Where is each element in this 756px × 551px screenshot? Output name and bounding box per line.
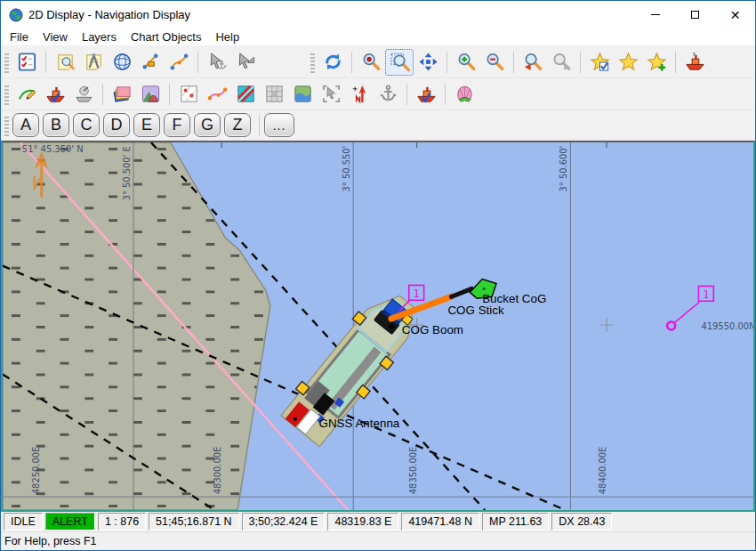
anchor-cursor-button[interactable] (203, 49, 231, 76)
chart-canvas[interactable]: 51° 45.350' N 3° 50.500' E 3° 50.550' E … (1, 141, 755, 512)
status-scale: 1 : 876 (98, 513, 146, 531)
separator (102, 84, 103, 105)
draw-curve-button[interactable] (12, 81, 41, 108)
previous-view-button[interactable] (519, 49, 547, 76)
note-compass-icon (84, 52, 104, 72)
zoom-in-button[interactable] (452, 49, 480, 76)
grid-thumbnail-icon (264, 84, 285, 104)
minimize-button[interactable] (635, 1, 675, 28)
anchor-watch-button[interactable] (374, 81, 402, 108)
grid-layer-button[interactable] (231, 81, 260, 108)
toolbar-zoom-group (310, 49, 709, 76)
track-layer-button[interactable] (203, 81, 231, 108)
vessel-select-button[interactable] (412, 81, 440, 108)
layers-icon (112, 84, 133, 104)
status-latitude: 51;45;16.871 N (149, 513, 239, 531)
menu-layers[interactable]: Layers (75, 29, 124, 45)
view-more-button[interactable]: ... (264, 113, 294, 137)
zoom-point-button[interactable] (357, 49, 385, 76)
point-info-label: 1 (703, 288, 709, 301)
toolbar-grip[interactable] (4, 52, 9, 73)
vessel-view-button[interactable] (680, 49, 709, 76)
measure-notes-button[interactable] (79, 49, 108, 76)
maximize-icon (691, 11, 699, 19)
menu-file[interactable]: File (3, 29, 36, 45)
view-button-d[interactable]: D (103, 113, 130, 137)
separator (580, 52, 581, 73)
easting-label-4: 48400.00E (598, 447, 607, 494)
matrix-layer-button[interactable] (260, 81, 288, 108)
shell-icon (454, 84, 475, 104)
layers-button[interactable] (108, 81, 136, 108)
toolbar-grip[interactable] (4, 84, 9, 105)
find-notes-button[interactable] (51, 49, 79, 76)
vessel-setup-button[interactable] (41, 81, 69, 108)
view-button-z[interactable]: Z (224, 113, 251, 137)
view-button-b[interactable]: B (43, 113, 69, 137)
bookmark-check-button[interactable] (585, 49, 614, 76)
separator (446, 52, 447, 73)
map-thumbnail-icon (293, 84, 313, 104)
maximize-button[interactable] (675, 1, 715, 28)
pan-button[interactable] (414, 49, 442, 76)
vessel-gnss-button[interactable] (69, 81, 98, 108)
boat-check-icon (416, 84, 437, 104)
status-dx: DX 28.43 (551, 513, 612, 531)
toolbar-grip[interactable] (4, 115, 9, 136)
view-button-c[interactable]: C (73, 113, 100, 137)
easting-label-2: 48300.00E (213, 447, 222, 494)
track-line-icon (207, 84, 228, 104)
status-northing: 419471.48 N (401, 513, 479, 531)
background-image-button[interactable] (136, 81, 165, 108)
select-area-button[interactable] (317, 81, 345, 108)
window-title: 2D Display - Navigation Display (28, 8, 190, 21)
checklist-button[interactable] (12, 49, 41, 76)
menu-chart-objects[interactable]: Chart Objects (124, 29, 208, 45)
toolbar-grip[interactable] (310, 52, 315, 73)
zoom-window-icon (390, 52, 410, 72)
separator (675, 52, 676, 73)
menu-help[interactable]: Help (208, 29, 246, 45)
app-globe-icon (9, 8, 23, 22)
view-button-g[interactable]: G (194, 113, 221, 137)
view-button-e[interactable]: E (133, 113, 160, 137)
bookmark-add-button[interactable] (642, 49, 671, 76)
geodesy-button[interactable] (108, 49, 136, 76)
zoom-window-button[interactable] (385, 49, 414, 76)
star-check-icon (590, 52, 610, 72)
separator (169, 84, 170, 105)
chart-layer-button[interactable] (288, 81, 317, 108)
separator (197, 52, 198, 73)
zoom-out-button[interactable] (480, 49, 509, 76)
separator (259, 115, 260, 136)
refresh-button[interactable] (318, 49, 347, 76)
bookmark-button[interactable] (614, 49, 642, 76)
toolbar-main (1, 46, 755, 78)
soundings-layer-button[interactable] (174, 81, 203, 108)
bucket-cog-point (483, 288, 486, 290)
menu-bar: File View Layers Chart Objects Help (1, 28, 755, 46)
view-button-f[interactable]: F (164, 113, 190, 137)
route-button[interactable] (165, 49, 193, 76)
separator (445, 84, 446, 105)
menu-view[interactable]: View (36, 29, 75, 45)
measure-line-button[interactable] (136, 49, 165, 76)
help-text: For Help, press F1 (4, 535, 97, 547)
measure-line-icon (141, 52, 161, 72)
north-arrow-button[interactable] (345, 81, 374, 108)
globe-icon (112, 52, 133, 72)
northing-label: 419550.00N (701, 321, 753, 331)
refresh-icon (323, 52, 343, 72)
cog-stick-label: COG Stick (447, 304, 504, 317)
star-icon (618, 52, 639, 72)
minimize-icon (651, 14, 660, 15)
view-button-a[interactable]: A (12, 113, 39, 137)
separator (406, 84, 407, 105)
pointer-select-button[interactable] (231, 49, 260, 76)
shell-button[interactable] (450, 81, 479, 108)
window-controls: ✕ (635, 1, 755, 28)
status-mp: MP 211.63 (482, 513, 549, 531)
next-view-button[interactable] (547, 49, 575, 76)
cog-boom-label: COG Boom (402, 323, 463, 336)
close-button[interactable]: ✕ (715, 1, 755, 28)
